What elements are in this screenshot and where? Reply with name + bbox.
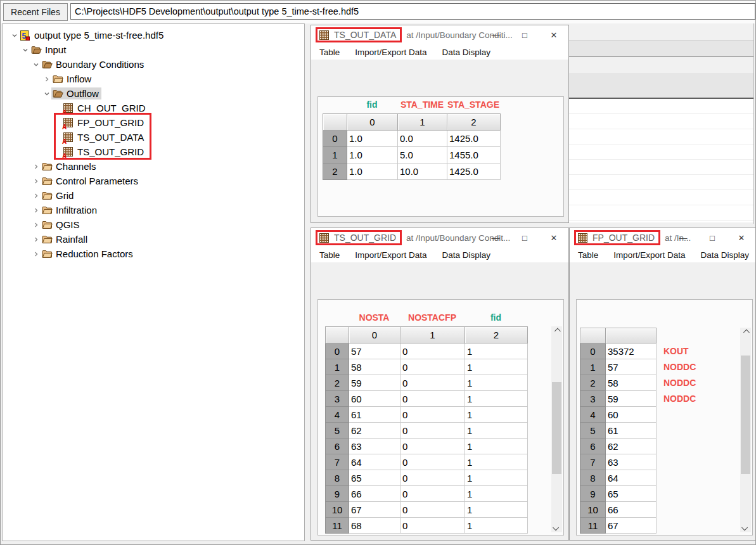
scroll-down-button[interactable] [551,523,562,532]
table-cell[interactable]: 1 [465,359,528,375]
table-cell[interactable]: 60 [349,391,400,407]
row-header[interactable]: 2 [326,375,349,391]
row-header[interactable]: 8 [326,470,349,486]
row-header[interactable]: 5 [580,423,606,439]
titlebar[interactable]: TS_OUT_GRID at /Input/Boundary Condit...… [311,228,568,247]
menu-import-export-data[interactable]: Import/Export Data [355,250,426,260]
table-cell[interactable]: 67 [606,518,657,534]
row-header[interactable]: 7 [580,454,606,470]
tree-item-inflow[interactable]: Inflow [3,72,304,86]
tree-item-grid[interactable]: Grid [3,188,304,203]
chevron-right-icon[interactable] [32,191,41,200]
table-cell[interactable]: 65 [606,486,657,502]
table-cell[interactable]: 1 [465,470,528,486]
table-cell[interactable]: 65 [349,470,400,486]
row-header[interactable]: 0 [580,343,606,359]
row-header[interactable]: 9 [326,486,349,502]
table-cell[interactable]: 66 [349,486,400,502]
table-cell[interactable]: 1.0 [347,164,398,180]
menu-import-export-data[interactable]: Import/Export Data [613,250,685,260]
minimize-button[interactable]: — [481,228,510,247]
row-header[interactable]: 10 [326,502,349,518]
table-cell[interactable]: 63 [606,454,657,470]
table-cell[interactable]: 1 [465,439,528,454]
table-cell[interactable]: 0 [400,502,465,518]
tree-item-control-parameters[interactable]: Control Parameters [3,174,304,188]
scrollbar-thumb[interactable] [741,356,750,474]
row-header[interactable]: 3 [580,391,606,407]
tree-item-reduction-factors[interactable]: Reduction Factors [3,247,304,261]
table-cell[interactable]: 57 [349,343,400,359]
table-cell[interactable]: 1425.0 [447,164,501,180]
table-cell[interactable]: 1.0 [347,147,398,164]
table-cell[interactable]: 0 [400,391,465,407]
table-cell[interactable]: 5.0 [398,147,447,164]
row-header[interactable]: 4 [580,407,606,423]
tree-item-ts-out-data[interactable]: ATS_OUT_DATA [3,130,304,144]
tree-item-channels[interactable]: Channels [3,159,304,174]
scroll-down-button[interactable] [740,523,751,532]
column-header[interactable]: 2 [465,327,528,343]
menu-data-display[interactable]: Data Display [701,250,750,260]
corner-header-cell[interactable] [580,328,606,343]
table-cell[interactable]: 1455.0 [447,147,501,164]
row-header[interactable]: 1 [323,147,347,164]
menu-data-display[interactable]: Data Display [442,250,491,260]
close-button[interactable]: ✕ [727,228,756,247]
table-cell[interactable]: 61 [606,423,657,439]
table-cell[interactable]: 59 [606,391,657,407]
table-cell[interactable]: 1 [465,518,528,534]
chevron-down-icon[interactable] [21,46,30,54]
table-cell[interactable]: 1 [465,375,528,391]
scroll-up-button[interactable] [740,328,751,337]
chevron-right-icon[interactable] [32,206,41,215]
table-cell[interactable]: 60 [606,407,657,423]
row-header[interactable]: 1 [580,359,606,375]
vertical-scrollbar[interactable] [740,328,751,532]
menu-table[interactable]: Table [319,250,340,260]
table-cell[interactable]: 61 [349,407,400,423]
table-cell[interactable]: 58 [606,375,657,391]
column-header[interactable]: 1 [400,327,465,343]
row-header[interactable]: 9 [580,486,606,502]
vertical-scrollbar[interactable] [551,326,562,532]
corner-header-cell[interactable] [323,114,347,131]
tree-item-ch-out-grid[interactable]: ACH_OUT_GRID [3,101,304,115]
chevron-down-icon[interactable] [42,89,51,98]
titlebar[interactable]: FP_OUT_GRID at /In... — □ ✕ [570,228,756,247]
tree-item-qgis[interactable]: QGIS [3,217,304,232]
chevron-down-icon[interactable] [32,60,41,69]
column-header[interactable]: 0 [347,114,398,131]
table-cell[interactable]: 62 [349,423,400,439]
row-header[interactable]: 11 [326,518,349,534]
row-header[interactable]: 7 [326,454,349,470]
menu-import-export-data[interactable]: Import/Export Data [355,48,426,57]
table-cell[interactable]: 0 [400,423,465,439]
row-header[interactable]: 5 [326,423,349,439]
table-cell[interactable]: 1 [465,391,528,407]
maximize-button[interactable]: □ [698,228,727,247]
table-cell[interactable]: 1 [465,423,528,439]
menu-table[interactable]: Table [319,48,340,57]
table-cell[interactable]: 68 [349,518,400,534]
scroll-up-button[interactable] [551,326,562,336]
tree-item-rainfall[interactable]: Rainfall [3,232,304,247]
table-cell[interactable]: 59 [349,375,400,391]
table-cell[interactable]: 64 [349,454,400,470]
table-cell[interactable]: 1 [465,343,528,359]
menu-table[interactable]: Table [578,250,598,260]
table-cell[interactable]: 1 [465,486,528,502]
chevron-down-icon[interactable] [10,31,19,40]
row-header[interactable]: 1 [326,359,349,375]
row-header[interactable]: 0 [326,343,349,359]
row-header[interactable]: 8 [580,470,606,486]
tree-item-fp-out-grid[interactable]: AFP_OUT_GRID [3,115,304,130]
table-cell[interactable]: 0 [400,518,465,534]
row-header[interactable]: 4 [326,407,349,423]
tree-item-boundary-conditions[interactable]: Boundary Conditions [3,57,304,72]
column-header[interactable] [606,328,657,343]
row-header[interactable]: 2 [323,164,347,180]
row-header[interactable]: 6 [580,439,606,454]
table-cell[interactable]: 0 [400,486,465,502]
row-header[interactable]: 10 [580,502,606,518]
